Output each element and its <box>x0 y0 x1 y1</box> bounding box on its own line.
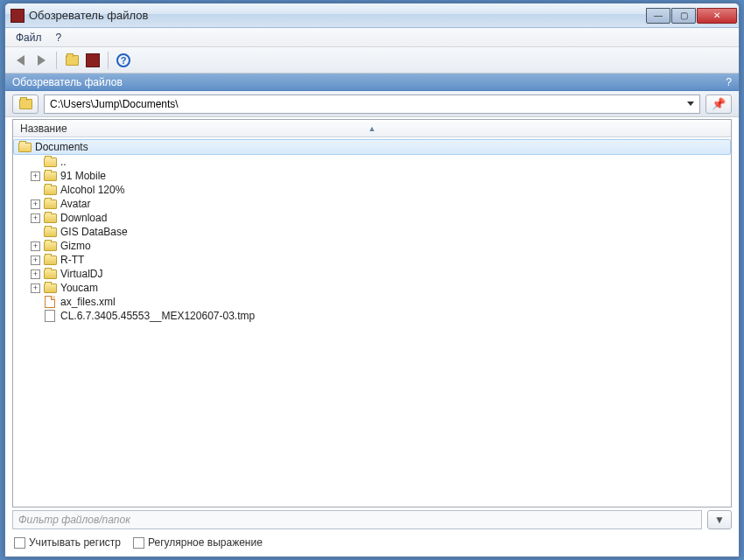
expander-icon[interactable]: + <box>31 172 40 181</box>
expander-icon <box>31 158 40 167</box>
expander-icon[interactable]: + <box>31 200 40 209</box>
checkbox-icon <box>133 537 144 549</box>
folder-icon <box>43 268 57 280</box>
minimize-button[interactable]: — <box>646 8 670 24</box>
tree-file[interactable]: CL.6.7.3405.45553__MEX120607-03.tmp <box>13 309 731 323</box>
tree-item-label: CL.6.7.3405.45553__MEX120607-03.tmp <box>60 310 255 322</box>
regex-label: Регулярное выражение <box>148 536 263 549</box>
tree-item-label: ax_files.xml <box>60 296 116 308</box>
tree-folder[interactable]: +VirtualDJ <box>13 267 731 281</box>
tree-folder[interactable]: GIS DataBase <box>13 225 731 239</box>
expander-icon <box>31 312 40 321</box>
path-input[interactable] <box>50 98 687 110</box>
column-header-name[interactable]: Название ▲ <box>13 120 731 137</box>
app-icon <box>11 9 25 23</box>
window-title: Обозреватель файлов <box>29 9 646 22</box>
filter-input[interactable]: Фильтр файлов/папок <box>12 510 702 529</box>
file-icon <box>43 310 57 322</box>
tree-root[interactable]: Documents <box>13 139 731 155</box>
arrow-right-icon <box>38 55 46 66</box>
tree-folder[interactable]: +Gizmo <box>13 239 731 253</box>
folder-icon <box>43 156 57 168</box>
path-dropdown-icon[interactable] <box>687 102 694 106</box>
filter-bar: Фильтр файлов/папок ▼ <box>12 509 732 530</box>
folder-icon <box>19 99 32 109</box>
column-header-label: Название <box>20 122 67 135</box>
tree-root-label: Documents <box>35 141 88 153</box>
path-input-wrap <box>44 94 700 114</box>
window-controls: — ▢ ✕ <box>646 8 737 24</box>
folder-icon <box>43 212 57 224</box>
toolbar-separator <box>108 52 109 69</box>
funnel-icon: ▼ <box>714 514 725 526</box>
filter-options: Учитывать регистр Регулярное выражение <box>12 534 732 551</box>
titlebar: Обозреватель файлов — ▢ ✕ <box>5 4 739 28</box>
tree-file[interactable]: ax_files.xml <box>13 295 731 309</box>
tree-item-label: R-TT <box>60 254 84 266</box>
close-button[interactable]: ✕ <box>697 8 737 24</box>
tree-item-label: VirtualDJ <box>60 268 102 280</box>
expander-icon <box>31 186 40 195</box>
folder-icon <box>43 254 57 266</box>
tree-folder[interactable]: +Download <box>13 211 731 225</box>
path-bar: 📌 <box>5 91 739 117</box>
pin-icon: 📌 <box>712 97 726 110</box>
panel-title: Обозреватель файлов <box>12 76 123 88</box>
tree-item-label: Download <box>60 212 107 224</box>
toolbar-separator <box>56 52 57 69</box>
folder-icon <box>43 170 57 182</box>
tree-item-label: Alcohol 120% <box>60 184 124 196</box>
filter-button[interactable]: ▼ <box>707 510 732 529</box>
path-folder-button[interactable] <box>12 94 39 114</box>
pin-button[interactable]: 📌 <box>705 94 732 114</box>
tree-item-label: Gizmo <box>60 240 91 252</box>
tree-folder[interactable]: +R-TT <box>13 253 731 267</box>
folder-icon <box>43 282 57 294</box>
nav-back-button[interactable] <box>11 51 30 70</box>
folder-open-icon <box>18 141 32 153</box>
open-folder-button[interactable] <box>62 51 81 70</box>
file-browser-window: Обозреватель файлов — ▢ ✕ Файл ? ? Обозр… <box>4 3 740 557</box>
file-list-panel: Название ▲ Documents ..+91 MobileAlcohol… <box>12 119 732 508</box>
case-label: Учитывать регистр <box>29 536 121 549</box>
case-sensitive-checkbox[interactable]: Учитывать регистр <box>14 536 121 549</box>
file-tree: Documents ..+91 MobileAlcohol 120%+Avata… <box>13 137 731 507</box>
menu-help[interactable]: ? <box>51 30 67 46</box>
app-tool-icon <box>86 53 100 67</box>
expander-icon[interactable]: + <box>31 284 40 293</box>
menu-file[interactable]: Файл <box>11 30 47 46</box>
tree-folder[interactable]: Alcohol 120% <box>13 183 731 197</box>
help-icon: ? <box>116 53 130 67</box>
tree-item-label: .. <box>60 156 67 168</box>
tree-folder[interactable]: +Youcam <box>13 281 731 295</box>
xml-file-icon <box>43 296 57 308</box>
expander-icon[interactable]: + <box>31 242 40 251</box>
help-button[interactable]: ? <box>114 51 133 70</box>
app-toolbar-button[interactable] <box>83 51 102 70</box>
folder-icon <box>43 198 57 210</box>
panel-help[interactable]: ? <box>726 76 732 88</box>
toolbar: ? <box>5 47 739 74</box>
expander-icon[interactable]: + <box>31 256 40 265</box>
checkbox-icon <box>14 537 25 549</box>
expander-icon <box>31 298 40 307</box>
tree-folder[interactable]: +91 Mobile <box>13 169 731 183</box>
tree-item-label: Youcam <box>60 282 98 294</box>
sort-indicator-icon: ▲ <box>368 124 376 133</box>
tree-item-label: Avatar <box>60 198 90 210</box>
menubar: Файл ? <box>5 28 739 47</box>
folder-icon <box>43 240 57 252</box>
tree-folder[interactable]: +Avatar <box>13 197 731 211</box>
expander-icon[interactable]: + <box>31 214 40 223</box>
folder-icon <box>43 184 57 196</box>
folder-icon <box>66 55 79 66</box>
folder-icon <box>43 226 57 238</box>
regex-checkbox[interactable]: Регулярное выражение <box>133 536 263 549</box>
maximize-button[interactable]: ▢ <box>671 8 696 24</box>
expander-icon <box>31 228 40 237</box>
tree-folder[interactable]: .. <box>13 155 731 169</box>
nav-forward-button[interactable] <box>32 51 51 70</box>
tree-item-label: 91 Mobile <box>60 170 106 182</box>
tree-item-label: GIS DataBase <box>60 226 128 238</box>
expander-icon[interactable]: + <box>31 270 40 279</box>
